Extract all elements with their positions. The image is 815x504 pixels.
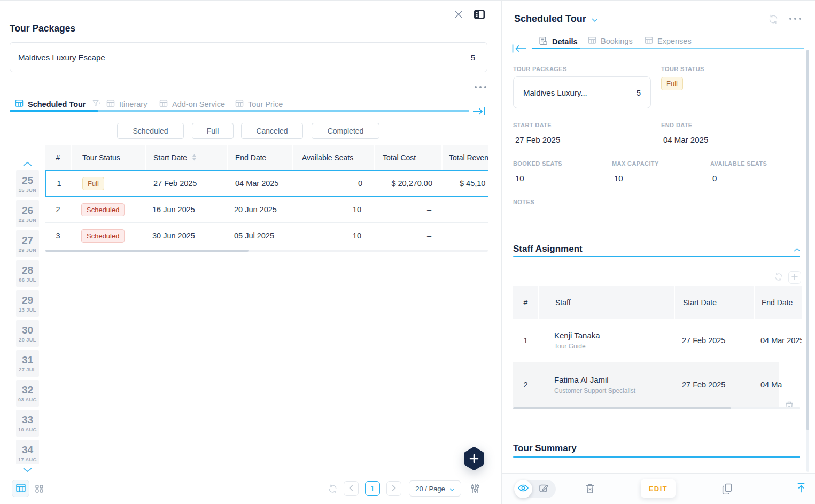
week-item[interactable]: 2806 JUL — [16, 260, 39, 287]
week-item[interactable]: 2913 JUL — [16, 290, 39, 317]
staff-row-hovered[interactable]: 2 Fatima Al Jamil Customer Support Speci… — [513, 362, 802, 407]
arrow-right-bar-icon — [472, 107, 485, 118]
chevron-down-icon — [23, 466, 32, 474]
filter-canceled-button[interactable]: Canceled — [241, 123, 303, 139]
scroll-to-top-button[interactable] — [797, 483, 805, 494]
week-item[interactable]: 3310 AUG — [16, 410, 39, 437]
cell-start-date: 27 Feb 2025 — [674, 336, 754, 345]
horizontal-scrollbar-track[interactable] — [45, 250, 488, 252]
week-scroll-up-button[interactable] — [23, 160, 32, 168]
eye-icon — [518, 484, 529, 494]
collapse-panel-button[interactable] — [512, 44, 526, 55]
tour-packages-field[interactable]: Maldives Luxury... 5 — [513, 76, 651, 108]
week-item[interactable]: 2729 JUN — [16, 230, 39, 257]
page-title: Tour Packages — [10, 23, 75, 34]
panel-toggle-button[interactable] — [474, 9, 485, 21]
preview-toggle-button[interactable] — [514, 480, 532, 498]
table-settings-button[interactable] — [470, 483, 480, 495]
detail-more-button[interactable] — [789, 18, 801, 20]
cell-status: Full — [72, 177, 146, 190]
staff-role: Customer Support Specialist — [554, 387, 674, 394]
edit-button[interactable]: EDIT — [641, 479, 676, 498]
week-item[interactable]: 3203 AUG — [16, 380, 39, 407]
refresh-list-button[interactable] — [328, 484, 338, 495]
week-item[interactable]: 2622 JUN — [16, 200, 39, 227]
tab-itinerary[interactable]: Itinerary — [106, 99, 147, 109]
staff-row[interactable]: 1 Kenji Tanaka Tour Guide 27 Feb 2025 04… — [513, 319, 802, 362]
filter-icon[interactable] — [92, 100, 101, 109]
view-table-button[interactable] — [12, 480, 29, 497]
available-seats-value: 0 — [712, 174, 717, 183]
tab-label: Bookings — [601, 37, 633, 45]
arrow-up-bar-icon — [797, 483, 805, 494]
status-badge-full: Full — [661, 77, 683, 90]
copy-button[interactable] — [722, 483, 732, 496]
detail-title[interactable]: Scheduled Tour — [514, 13, 598, 25]
detail-panel: Scheduled Tour Details Bookings — [502, 1, 815, 504]
cell-start-date: 27 Feb 2025 — [674, 381, 754, 389]
cell-staff: Kenji Tanaka Tour Guide — [538, 331, 674, 350]
filter-scheduled-button[interactable]: Scheduled — [117, 123, 184, 139]
cell-total-cost: – — [374, 231, 441, 240]
table-row-selected[interactable]: 1 Full 27 Feb 2025 04 Mar 2025 0 $ 20,27… — [45, 170, 488, 197]
week-item[interactable]: 3020 JUL — [16, 320, 39, 347]
column-header-available-seats: Available Seats — [292, 145, 374, 170]
vertical-scrollbar-track[interactable] — [806, 50, 809, 472]
staff-name: Kenji Tanaka — [554, 331, 674, 340]
column-header-total-revenue: Total Revenue — [441, 145, 488, 170]
staff-header-row: # Staff Start Date End Date — [513, 286, 802, 319]
tab-details[interactable]: Details — [539, 36, 578, 47]
week-scroll-down-button[interactable] — [23, 466, 32, 474]
week-item[interactable]: 3417 AUG — [16, 440, 39, 464]
cell-end-date: 04 Ma — [754, 381, 802, 389]
more-options-button[interactable] — [475, 86, 486, 88]
page-size-select[interactable]: 20 / Page — [409, 480, 461, 497]
sort-icon[interactable] — [192, 154, 197, 161]
prev-page-button[interactable] — [344, 481, 359, 496]
filter-full-button[interactable]: Full — [192, 123, 234, 139]
vertical-scrollbar-thumb[interactable] — [806, 50, 809, 430]
staff-scrollbar-track[interactable] — [513, 407, 800, 409]
week-item[interactable]: 2515 JUN — [16, 170, 39, 197]
staff-scrollbar-thumb[interactable] — [513, 407, 731, 409]
table-row[interactable]: 2 Scheduled 16 Jun 2025 20 Jun 2025 10 – — [45, 197, 488, 223]
filter-completed-button[interactable]: Completed — [312, 123, 379, 139]
cell-end-date: 05 Jul 2025 — [227, 231, 292, 240]
current-page-button[interactable]: 1 — [365, 481, 380, 496]
staff-refresh-button[interactable] — [774, 272, 783, 283]
column-header-start-date[interactable]: Start Date — [145, 145, 227, 170]
horizontal-scrollbar-thumb[interactable] — [45, 250, 249, 252]
table-icon — [588, 36, 596, 46]
next-page-button[interactable] — [386, 481, 401, 496]
chevron-down-icon — [449, 485, 455, 493]
staff-section-title: Staff Asignment — [513, 244, 583, 254]
plus-hexagon-icon — [463, 447, 485, 472]
view-edit-toggle — [514, 480, 556, 498]
tab-scheduled-tour[interactable]: Scheduled Tour — [15, 99, 101, 109]
arrow-left-bar-icon — [512, 44, 526, 55]
start-date-label: START DATE — [513, 122, 552, 128]
table-row[interactable]: 3 Scheduled 30 Jun 2025 05 Jul 2025 10 – — [45, 223, 488, 249]
tour-packages-panel: Tour Packages Maldives Luxury Escape 5 S… — [0, 1, 501, 504]
refresh-icon — [768, 14, 779, 26]
tab-tour-price[interactable]: Tour Price — [235, 99, 283, 109]
week-item[interactable]: 3127 JUL — [16, 350, 39, 377]
delete-button[interactable] — [585, 483, 595, 495]
detail-refresh-button[interactable] — [768, 14, 779, 26]
app-root: Tour Packages Maldives Luxury Escape 5 S… — [0, 0, 815, 504]
staff-add-button[interactable] — [788, 271, 801, 284]
staff-section-collapse-button[interactable] — [794, 245, 801, 253]
package-selector[interactable]: Maldives Luxury Escape 5 — [10, 42, 487, 72]
column-header-start-date: Start Date — [674, 286, 754, 319]
view-grid-button[interactable] — [35, 485, 43, 494]
tab-addon-service[interactable]: Add-on Service — [159, 99, 225, 109]
chevron-left-icon — [349, 484, 353, 493]
close-button[interactable] — [453, 10, 464, 20]
expand-panel-button[interactable] — [472, 107, 485, 118]
edit-toggle-button[interactable] — [532, 483, 556, 495]
add-button[interactable] — [463, 447, 485, 471]
tab-label: Tour Price — [248, 100, 283, 108]
tab-expenses[interactable]: Expenses — [645, 36, 692, 46]
status-badge-scheduled: Scheduled — [81, 203, 125, 216]
tab-bookings[interactable]: Bookings — [588, 36, 633, 46]
